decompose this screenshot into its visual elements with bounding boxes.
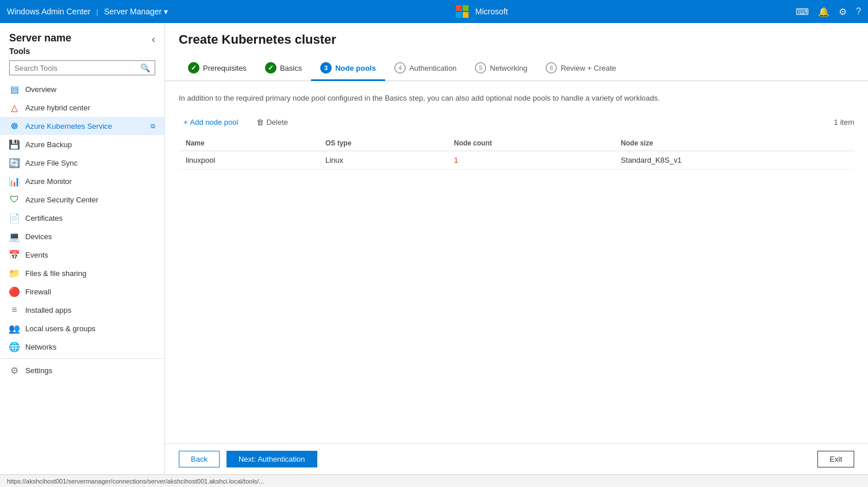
search-icon[interactable]: 🔍: [140, 63, 150, 72]
svg-rect-2: [456, 12, 462, 18]
chevron-down-icon: ▾: [164, 7, 168, 16]
exit-button[interactable]: Exit: [817, 451, 854, 467]
sidebar-item-azure-file-sync[interactable]: 🔄 Azure File Sync: [0, 154, 164, 172]
monitor-icon: 📊: [9, 176, 20, 186]
cell-os-type: Linux: [318, 151, 447, 169]
events-icon: 📅: [9, 250, 20, 260]
sidebar-item-networks[interactable]: 🌐 Networks: [0, 338, 164, 356]
backup-icon: 💾: [9, 139, 20, 149]
sidebar-item-installed-apps[interactable]: ≡ Installed apps: [0, 301, 164, 319]
sidebar-item-azure-monitor[interactable]: 📊 Azure Monitor: [0, 172, 164, 190]
sidebar-item-label: Devices: [25, 232, 155, 241]
topbar-center: Microsoft: [168, 5, 796, 18]
terminal-icon[interactable]: ⌨: [796, 6, 809, 17]
tab-node-pools[interactable]: 3 Node pools: [311, 56, 385, 81]
installed-apps-icon: ≡: [9, 305, 20, 315]
search-wrap: 🔍: [9, 60, 155, 75]
tab-label-networking: Networking: [490, 64, 527, 72]
back-button[interactable]: Back: [179, 451, 220, 467]
microsoft-logo: [456, 5, 472, 18]
certificates-icon: 📄: [9, 213, 20, 223]
sidebar-item-azure-hybrid-center[interactable]: △ Azure hybrid center: [0, 98, 164, 117]
sidebar-item-label: Files & file sharing: [25, 269, 155, 278]
statusbar: https://akshcihost001/servermanager/conn…: [0, 474, 868, 487]
col-node-count: Node count: [447, 136, 614, 151]
sidebar-item-label: Certificates: [25, 214, 155, 223]
server-name: Server name: [9, 32, 71, 44]
tab-circle-basics: ✓: [265, 62, 276, 74]
users-groups-icon: 👥: [9, 323, 20, 333]
sidebar-scroll: ▤ Overview △ Azure hybrid center ☸ Azure…: [0, 80, 164, 474]
tab-circle-prerequisites: ✓: [188, 62, 199, 74]
sidebar-item-azure-security-center[interactable]: 🛡 Azure Security Center: [0, 190, 164, 209]
sidebar-item-label: Events: [25, 251, 155, 259]
sidebar-item-label: Overview: [25, 85, 155, 94]
sidebar-item-local-users-groups[interactable]: 👥 Local users & groups: [0, 319, 164, 338]
settings-gear-icon: ⚙: [9, 365, 20, 375]
sidebar-item-label: Azure Backup: [25, 140, 155, 149]
tab-networking[interactable]: 5 Networking: [466, 56, 536, 81]
networks-icon: 🌐: [9, 342, 20, 352]
main-layout: Server name ‹ Tools 🔍 ▤ Overview △ Azure…: [0, 23, 868, 474]
table-row[interactable]: linuxpool Linux 1 Standard_K8S_v1: [179, 151, 854, 169]
sidebar-item-azure-backup[interactable]: 💾 Azure Backup: [0, 135, 164, 154]
sidebar-item-settings[interactable]: ⚙ Settings: [0, 361, 164, 379]
sidebar-item-overview[interactable]: ▤ Overview: [0, 80, 164, 98]
help-icon[interactable]: ?: [856, 6, 861, 17]
settings-icon[interactable]: ⚙: [839, 6, 847, 17]
sidebar-item-firewall[interactable]: 🔴 Firewall: [0, 282, 164, 301]
tab-bar: ✓ Prerequisites ✓ Basics 3 Node pools 4 …: [165, 56, 868, 81]
node-count-value: 1: [454, 156, 458, 164]
topbar: Windows Admin Center | Server Manager ▾ …: [0, 0, 868, 23]
sidebar-item-label: Azure File Sync: [25, 159, 155, 167]
tab-authentication[interactable]: 4 Authentication: [385, 56, 466, 81]
tab-label-node-pools: Node pools: [335, 64, 376, 72]
tab-label-authentication: Authentication: [409, 64, 456, 72]
delete-button[interactable]: 🗑 Delete: [252, 116, 293, 129]
sidebar-item-devices[interactable]: 💻 Devices: [0, 227, 164, 246]
next-button[interactable]: Next: Authentication: [226, 451, 317, 467]
tab-prerequisites[interactable]: ✓ Prerequisites: [179, 56, 256, 81]
col-os-type: OS type: [318, 136, 447, 151]
tools-label: Tools: [9, 47, 155, 56]
svg-rect-1: [463, 5, 468, 11]
sidebar-item-label: Firewall: [25, 287, 155, 296]
sidebar-item-label: Azure Monitor: [25, 177, 155, 186]
tab-label-review-create: Review + Create: [560, 64, 616, 72]
server-manager-dropdown[interactable]: Server Manager ▾: [104, 7, 168, 16]
aks-icon: ☸: [9, 121, 20, 131]
tab-basics[interactable]: ✓ Basics: [256, 56, 311, 81]
sidebar-collapse-button[interactable]: ‹: [152, 33, 155, 45]
node-pools-table: Name OS type Node count Node size linuxp…: [179, 136, 854, 170]
add-icon: +: [183, 118, 188, 126]
tab-review-create[interactable]: 6 Review + Create: [536, 56, 625, 81]
microsoft-name: Microsoft: [475, 7, 508, 16]
sidebar-item-files-file-sharing[interactable]: 📁 Files & file sharing: [0, 264, 164, 282]
tab-circle-node-pools: 3: [320, 62, 332, 74]
sidebar-divider: [0, 358, 164, 359]
content-body: In addition to the required primary node…: [165, 81, 868, 443]
bell-icon[interactable]: 🔔: [818, 6, 829, 17]
content-area: Create Kubernetes cluster ✓ Prerequisite…: [165, 23, 868, 474]
content-header: Create Kubernetes cluster: [165, 23, 868, 56]
delete-label: Delete: [266, 118, 288, 126]
sidebar-item-events[interactable]: 📅 Events: [0, 246, 164, 264]
file-sync-icon: 🔄: [9, 158, 20, 168]
svg-rect-3: [463, 12, 468, 18]
status-url: https://akshcihost001/servermanager/conn…: [7, 478, 264, 485]
item-count: 1 item: [834, 118, 854, 126]
sidebar-item-certificates[interactable]: 📄 Certificates: [0, 209, 164, 227]
sidebar-item-azure-kubernetes-service[interactable]: ☸ Azure Kubernetes Service ⧉: [0, 117, 164, 135]
tab-circle-authentication: 4: [394, 62, 406, 74]
content-footer: Back Next: Authentication Exit: [165, 443, 868, 474]
table-header-row: Name OS type Node count Node size: [179, 136, 854, 151]
search-input[interactable]: [14, 64, 140, 72]
add-node-pool-button[interactable]: + Add node pool: [179, 116, 243, 129]
external-link-icon: ⧉: [151, 122, 155, 130]
col-name: Name: [179, 136, 318, 151]
sidebar-item-label: Azure Security Center: [25, 195, 155, 204]
sidebar-item-label: Networks: [25, 343, 155, 351]
sidebar-header: Server name ‹ Tools 🔍: [0, 23, 164, 80]
svg-rect-0: [456, 5, 462, 11]
sidebar: Server name ‹ Tools 🔍 ▤ Overview △ Azure…: [0, 23, 165, 474]
